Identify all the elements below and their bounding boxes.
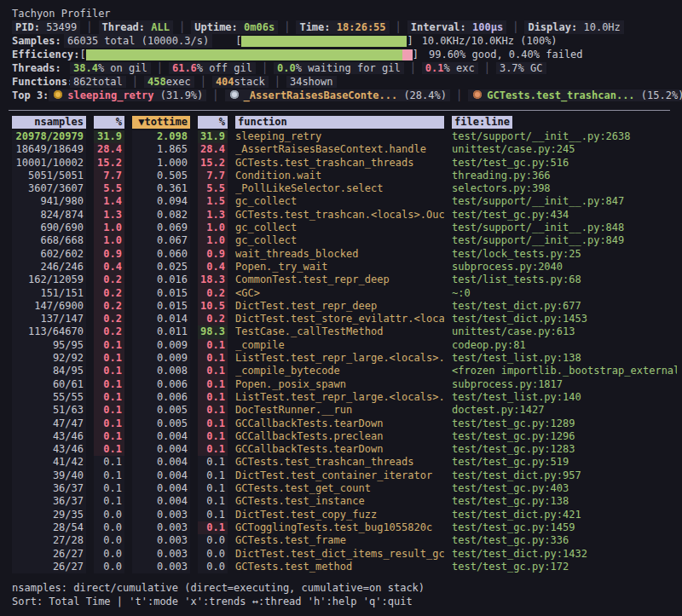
tottime-cell: 1.000 xyxy=(132,157,190,170)
cumulative-pct-cell: 0.1 xyxy=(198,469,228,482)
table-row[interactable]: 26/270.00.0030.0DictTest.test_dict_items… xyxy=(12,548,677,561)
table-row[interactable]: 3607/36075.50.3615.5_PollLikeSelector.se… xyxy=(12,182,677,195)
table-row[interactable]: 47/470.10.0050.1GCCallbackTests.tearDown… xyxy=(12,417,677,430)
table-row[interactable]: 26/270.00.0030.0GCTests.test_methodtest/… xyxy=(12,561,677,573)
table-row[interactable]: 602/6020.90.0600.9wait_threads_blockedte… xyxy=(12,248,677,261)
table-row[interactable]: 690/6901.00.0691.0gc_collecttest/support… xyxy=(12,222,677,234)
direct-pct-cell: 0.0 xyxy=(94,561,124,573)
nsamples-cell: 39/40 xyxy=(12,469,86,482)
function-stat-text: stack xyxy=(234,76,265,88)
functions-label: Functions: xyxy=(12,75,70,89)
table-row[interactable]: 113/646700.20.01198.3TestCase._callTestM… xyxy=(12,325,677,338)
file-line-cell: unittest/case.py:245 xyxy=(452,143,677,156)
cumulative-pct-cell: 0.4 xyxy=(198,261,228,273)
file-line-cell: test/list_tests.py:68 xyxy=(452,273,677,286)
cumulative-pct-cell: 0.0 xyxy=(198,534,228,547)
bronze-medal-icon xyxy=(473,90,482,99)
cumulative-pct-cell: 0.1 xyxy=(198,443,228,456)
table-row[interactable]: 137/1470.20.0140.2DictTest.test_store_ev… xyxy=(12,313,677,325)
column-header-cumulative-pct[interactable]: % xyxy=(198,116,228,129)
table-row[interactable]: 824/8741.30.0821.3GCTests.test_trashcan.… xyxy=(12,209,677,222)
direct-pct-cell: 0.1 xyxy=(94,365,124,377)
thread-stat-text: % waiting for gil xyxy=(296,62,401,74)
table-row[interactable]: 151/1510.20.0150.2<GC>~:0 xyxy=(12,287,677,300)
cumulative-pct-cell: 0.2 xyxy=(198,313,228,325)
table-row[interactable]: 27/280.00.0030.0GCTests.test_frametest/t… xyxy=(12,534,677,547)
file-line-cell: test/test_dict.py:957 xyxy=(452,469,677,482)
thread-field[interactable]: Thread: ALL xyxy=(99,20,174,34)
nsamples-cell: 162/12059 xyxy=(12,273,86,286)
table-row[interactable]: 39/400.10.0040.1DictTest.test_container_… xyxy=(12,469,677,482)
table-row[interactable]: 41/420.10.0040.1GCTests.test_trashcan_th… xyxy=(12,456,677,469)
table-row[interactable]: 60/610.10.0060.1Popen._posix_spawnsubpro… xyxy=(12,378,677,391)
tottime-cell: 2.098 xyxy=(132,130,190,143)
tottime-cell: 0.006 xyxy=(132,378,190,391)
file-line-cell: test/test_gc.py:434 xyxy=(452,209,677,222)
function-stat: 34shown xyxy=(286,76,337,88)
efficiency-good-bar xyxy=(86,49,402,60)
tottime-cell: 0.060 xyxy=(132,248,190,261)
tottime-cell: 0.011 xyxy=(132,325,190,338)
nsamples-cell: 668/668 xyxy=(12,234,86,247)
table-row[interactable]: 20978/2097931.92.09831.9sleeping_retryte… xyxy=(12,130,677,143)
cumulative-pct-cell: 7.7 xyxy=(198,170,228,182)
file-line-cell: doctest.py:1427 xyxy=(452,404,677,417)
column-header-nsamples[interactable]: nsamples xyxy=(12,116,86,129)
table-row[interactable]: 5051/50517.70.5057.7Condition.waitthread… xyxy=(12,170,677,182)
thread-stat-text: % on gil xyxy=(98,62,147,74)
direct-pct-cell: 15.2 xyxy=(94,157,124,170)
gold-medal-icon xyxy=(54,90,62,99)
function-stat: 404stack xyxy=(212,76,269,88)
table-row[interactable]: 941/9801.40.0941.5gc_collecttest/support… xyxy=(12,195,677,208)
table-row[interactable]: 43/460.10.0040.1GCCallbackTests.tearDown… xyxy=(12,443,677,456)
table-row[interactable]: 668/6681.00.0671.0gc_collecttest/support… xyxy=(12,234,677,247)
table-row[interactable]: 51/630.10.0050.1DocTestRunner.__rundocte… xyxy=(12,404,677,417)
nsamples-cell: 137/147 xyxy=(12,313,86,325)
thread-stat-text: % exc xyxy=(444,62,475,74)
direct-pct-cell: 0.9 xyxy=(94,248,124,261)
cumulative-pct-cell: 0.1 xyxy=(198,352,228,365)
file-line-cell: test/support/__init__.py:2638 xyxy=(452,130,677,143)
table-row[interactable]: 36/370.10.0040.1GCTests.test_instancetes… xyxy=(12,495,677,508)
tottime-cell: 0.067 xyxy=(132,234,190,247)
tottime-cell: 0.009 xyxy=(132,352,190,365)
direct-pct-cell: 0.1 xyxy=(94,430,124,443)
function-cell: gc_collect xyxy=(235,222,444,234)
table-row[interactable]: 43/460.10.0040.1GCCallbackTests.preclean… xyxy=(12,430,677,443)
table-row[interactable]: 29/350.00.0030.1DictTest.test_copy_fuzzt… xyxy=(12,509,677,521)
table-row[interactable]: 55/550.10.0060.1ListTest.test_repr_large… xyxy=(12,391,677,404)
table-row[interactable]: 95/950.10.0090.1_compilecodeop.py:81 xyxy=(12,339,677,352)
display-field: Display: 10.0Hz xyxy=(524,20,623,34)
file-line-cell: selectors.py:398 xyxy=(452,182,677,195)
table-row[interactable]: 92/920.10.0090.1ListTest.test_repr_large… xyxy=(12,352,677,365)
table-row[interactable]: 84/950.10.0080.1_compile_bytecode<frozen… xyxy=(12,365,677,377)
nsamples-cell: 941/980 xyxy=(12,195,86,208)
file-line-cell: unittest/case.py:613 xyxy=(452,325,677,338)
table-row[interactable]: 10001/1000215.21.00015.2GCTests.test_tra… xyxy=(12,157,677,170)
tottime-cell: 0.094 xyxy=(132,195,190,208)
table-row[interactable]: 246/2460.40.0250.4Popen._try_waitsubproc… xyxy=(12,261,677,273)
cumulative-pct-cell: 0.1 xyxy=(198,456,228,469)
table-row[interactable]: 162/120590.20.01618.3CommonTest.test_rep… xyxy=(12,273,677,286)
nsamples-cell: 36/37 xyxy=(12,482,86,495)
cumulative-pct-cell: 0.1 xyxy=(198,495,228,508)
table-row[interactable]: 36/370.10.0040.1GCTests.test_get_countte… xyxy=(12,482,677,495)
column-header-file-line[interactable]: file:line xyxy=(452,116,512,129)
cumulative-pct-cell: 1.5 xyxy=(198,195,228,208)
table-row[interactable]: 18649/1864928.41.86528.4_AssertRaisesBas… xyxy=(12,143,677,156)
column-header-direct-pct[interactable]: % xyxy=(94,116,124,129)
table-row[interactable]: 28/540.00.0030.1GCTogglingTests.test_bug… xyxy=(12,521,677,534)
direct-pct-cell: 0.1 xyxy=(94,391,124,404)
function-cell: <GC> xyxy=(235,287,444,300)
app-title-line: Tachyon Profiler xyxy=(12,7,677,20)
column-header-tottime-sorted[interactable]: ▼tottime xyxy=(132,116,190,129)
column-header-function[interactable]: function xyxy=(235,116,444,129)
tottime-cell: 0.016 xyxy=(132,273,190,286)
top3-percentage: (15.2%) xyxy=(635,89,682,101)
function-stat-text: shown xyxy=(302,76,332,88)
table-row[interactable]: 147/69000.20.01510.5DictTest.test_repr_d… xyxy=(12,300,677,313)
thread-stat: 3.7% GC xyxy=(496,62,546,74)
function-cell: GCTogglingTests.test_bug1055820c xyxy=(235,521,444,534)
nsamples-cell: 18649/18649 xyxy=(12,143,86,156)
file-line-cell: test/support/__init__.py:849 xyxy=(452,234,677,247)
